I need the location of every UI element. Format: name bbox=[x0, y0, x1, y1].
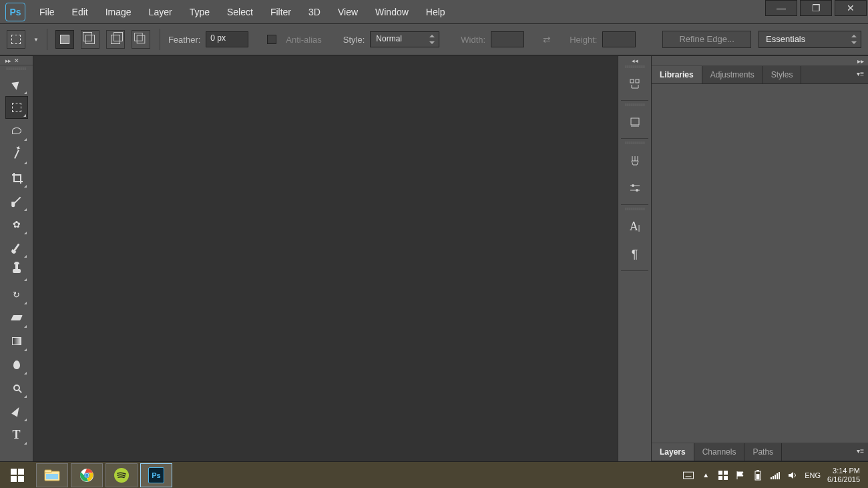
feather-input[interactable]: 0 px bbox=[206, 31, 248, 47]
style-select[interactable]: Normal bbox=[370, 31, 439, 47]
healing-brush-tool[interactable]: ✿ bbox=[5, 213, 28, 236]
clone-stamp-tool[interactable] bbox=[5, 260, 28, 282]
menu-view[interactable]: View bbox=[329, 7, 367, 17]
selection-subtract-button[interactable] bbox=[106, 30, 125, 49]
feather-label: Feather: bbox=[168, 35, 200, 45]
taskbar-chrome[interactable] bbox=[71, 463, 103, 487]
swap-wh-icon: ⇄ bbox=[543, 34, 551, 45]
svg-point-7 bbox=[636, 189, 638, 192]
brushes-panel-icon[interactable] bbox=[623, 148, 647, 172]
libraries-panel-body[interactable] bbox=[652, 84, 868, 443]
marquee-tool[interactable] bbox=[5, 96, 28, 119]
selection-new-button[interactable] bbox=[55, 30, 74, 49]
svg-rect-11 bbox=[18, 476, 24, 482]
tab-paths[interactable]: Paths bbox=[744, 443, 782, 461]
menu-help[interactable]: Help bbox=[417, 7, 454, 17]
minimize-button[interactable]: — bbox=[765, 0, 797, 16]
tab-channels[interactable]: Channels bbox=[694, 443, 745, 461]
tools-panel-header[interactable]: ▸▸ ✕ bbox=[0, 56, 33, 65]
crop-tool[interactable] bbox=[5, 166, 28, 189]
svg-rect-30 bbox=[724, 476, 728, 480]
pen-tool[interactable] bbox=[5, 400, 28, 423]
taskbar-spotify[interactable] bbox=[105, 463, 138, 487]
move-tool[interactable] bbox=[5, 73, 28, 95]
menu-type[interactable]: Type bbox=[181, 7, 218, 17]
history-brush-tool[interactable]: ↻ bbox=[5, 283, 28, 306]
maximize-button[interactable]: ❐ bbox=[800, 0, 832, 16]
menu-select[interactable]: Select bbox=[218, 7, 262, 17]
tab-libraries[interactable]: Libraries bbox=[652, 66, 702, 83]
type-tool[interactable]: T bbox=[5, 423, 28, 446]
tray-language[interactable]: ENG bbox=[805, 471, 821, 479]
antialias-label: Anti-alias bbox=[286, 35, 321, 45]
svg-rect-8 bbox=[11, 469, 17, 475]
selection-intersect-button[interactable] bbox=[132, 30, 150, 49]
properties-panel-icon[interactable] bbox=[623, 110, 647, 134]
menu-window[interactable]: Window bbox=[367, 7, 417, 17]
svg-rect-9 bbox=[18, 469, 24, 475]
system-tray: ▲ ENG 3:14 PM 6/16/2015 bbox=[683, 467, 867, 484]
svg-rect-13 bbox=[45, 470, 51, 473]
tray-network-icon[interactable] bbox=[770, 470, 781, 481]
panel-collapse-icon[interactable]: ▸▸ bbox=[652, 56, 868, 65]
start-button[interactable] bbox=[1, 463, 33, 487]
panel-menu-icon-2[interactable]: ▾≡ bbox=[857, 447, 864, 455]
tray-date: 6/16/2015 bbox=[827, 475, 860, 484]
menu-bar: Ps File Edit Image Layer Type Select Fil… bbox=[0, 0, 868, 24]
tray-volume-icon[interactable] bbox=[787, 470, 798, 481]
svg-rect-38 bbox=[779, 472, 780, 479]
tray-up-icon[interactable]: ▲ bbox=[700, 470, 711, 481]
svg-rect-35 bbox=[773, 476, 774, 479]
menu-file[interactable]: File bbox=[31, 7, 63, 17]
tab-layers[interactable]: Layers bbox=[652, 443, 694, 461]
paragraph-panel-icon[interactable]: ¶ bbox=[623, 242, 647, 266]
menu-image[interactable]: Image bbox=[97, 7, 140, 17]
tray-win-icon[interactable] bbox=[718, 470, 728, 481]
lasso-tool[interactable] bbox=[5, 119, 28, 142]
tray-battery-icon[interactable] bbox=[752, 470, 763, 481]
gradient-tool[interactable] bbox=[5, 330, 28, 352]
menu-filter[interactable]: Filter bbox=[262, 7, 300, 17]
svg-rect-20 bbox=[684, 472, 694, 479]
taskbar-explorer[interactable] bbox=[36, 463, 68, 487]
magic-wand-tool[interactable] bbox=[5, 143, 28, 166]
style-label: Style: bbox=[343, 35, 365, 45]
blur-tool[interactable] bbox=[5, 353, 28, 376]
refine-edge-button[interactable]: Refine Edge... bbox=[662, 31, 750, 48]
collapsed-panel-strip: ◂◂ A| ¶ bbox=[618, 56, 652, 461]
history-panel-icon[interactable] bbox=[623, 72, 647, 96]
svg-rect-29 bbox=[718, 476, 722, 480]
menu-layer[interactable]: Layer bbox=[140, 7, 181, 17]
panel-group-2-tabs: Layers Channels Paths ▾≡ bbox=[652, 443, 868, 461]
canvas-area[interactable] bbox=[33, 56, 618, 461]
selection-add-button[interactable] bbox=[81, 30, 99, 49]
strip-expand-icon[interactable]: ◂◂ bbox=[618, 56, 651, 65]
eraser-tool[interactable] bbox=[5, 306, 28, 329]
window-controls: — ❐ ✕ bbox=[764, 8, 868, 16]
photoshop-logo: Ps bbox=[5, 3, 25, 21]
svg-rect-10 bbox=[11, 476, 17, 482]
tool-preset-dropdown-icon[interactable]: ▼ bbox=[33, 37, 39, 43]
menu-edit[interactable]: Edit bbox=[63, 7, 97, 17]
tray-keyboard-icon[interactable] bbox=[683, 470, 694, 481]
current-tool-icon[interactable] bbox=[7, 30, 25, 49]
zoom-tool[interactable] bbox=[5, 377, 28, 399]
workspace-switcher[interactable]: Essentials bbox=[758, 31, 861, 48]
brush-presets-panel-icon[interactable] bbox=[623, 176, 647, 200]
tab-adjustments[interactable]: Adjustments bbox=[702, 66, 763, 83]
svg-rect-36 bbox=[775, 475, 776, 479]
taskbar-photoshop[interactable]: Ps bbox=[140, 463, 172, 487]
tray-clock[interactable]: 3:14 PM 6/16/2015 bbox=[827, 467, 860, 484]
menu-3d[interactable]: 3D bbox=[300, 7, 329, 17]
svg-rect-34 bbox=[771, 477, 772, 479]
right-panel-dock: ▸▸ Libraries Adjustments Styles ▾≡ Layer… bbox=[652, 56, 868, 461]
svg-rect-27 bbox=[718, 471, 722, 475]
character-panel-icon[interactable]: A| bbox=[623, 214, 647, 238]
tray-flag-icon[interactable] bbox=[735, 470, 746, 481]
svg-rect-1 bbox=[636, 79, 639, 83]
brush-tool[interactable] bbox=[5, 236, 28, 259]
panel-menu-icon[interactable]: ▾≡ bbox=[857, 70, 864, 77]
eyedropper-tool[interactable] bbox=[5, 190, 28, 212]
tab-styles[interactable]: Styles bbox=[763, 66, 802, 83]
close-button[interactable]: ✕ bbox=[835, 0, 867, 16]
